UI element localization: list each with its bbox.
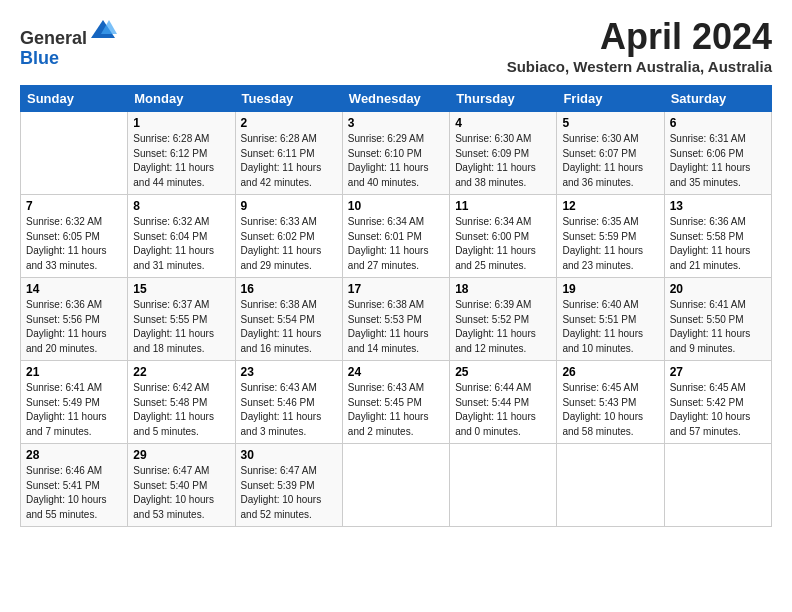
calendar-cell: 20Sunrise: 6:41 AMSunset: 5:50 PMDayligh… [664, 278, 771, 361]
day-number: 9 [241, 199, 337, 213]
logo-general: General [20, 28, 87, 48]
calendar-cell: 21Sunrise: 6:41 AMSunset: 5:49 PMDayligh… [21, 361, 128, 444]
day-info: Sunrise: 6:28 AMSunset: 6:11 PMDaylight:… [241, 132, 337, 190]
day-number: 14 [26, 282, 122, 296]
calendar-cell [557, 444, 664, 527]
day-info: Sunrise: 6:32 AMSunset: 6:05 PMDaylight:… [26, 215, 122, 273]
day-number: 5 [562, 116, 658, 130]
logo-icon [89, 16, 117, 44]
logo: General Blue [20, 16, 117, 69]
day-info: Sunrise: 6:34 AMSunset: 6:00 PMDaylight:… [455, 215, 551, 273]
day-number: 22 [133, 365, 229, 379]
day-info: Sunrise: 6:38 AMSunset: 5:54 PMDaylight:… [241, 298, 337, 356]
calendar-cell: 5Sunrise: 6:30 AMSunset: 6:07 PMDaylight… [557, 112, 664, 195]
page-header: General Blue April 2024 Subiaco, Western… [20, 16, 772, 75]
day-number: 8 [133, 199, 229, 213]
weekday-header-sunday: Sunday [21, 86, 128, 112]
calendar-cell: 27Sunrise: 6:45 AMSunset: 5:42 PMDayligh… [664, 361, 771, 444]
calendar-cell: 11Sunrise: 6:34 AMSunset: 6:00 PMDayligh… [450, 195, 557, 278]
weekday-header-monday: Monday [128, 86, 235, 112]
day-number: 20 [670, 282, 766, 296]
calendar-cell: 7Sunrise: 6:32 AMSunset: 6:05 PMDaylight… [21, 195, 128, 278]
calendar-cell: 24Sunrise: 6:43 AMSunset: 5:45 PMDayligh… [342, 361, 449, 444]
logo-blue: Blue [20, 48, 59, 68]
day-info: Sunrise: 6:36 AMSunset: 5:58 PMDaylight:… [670, 215, 766, 273]
weekday-header-row: SundayMondayTuesdayWednesdayThursdayFrid… [21, 86, 772, 112]
calendar-cell [450, 444, 557, 527]
weekday-header-saturday: Saturday [664, 86, 771, 112]
day-number: 3 [348, 116, 444, 130]
calendar-week-row: 21Sunrise: 6:41 AMSunset: 5:49 PMDayligh… [21, 361, 772, 444]
calendar-cell: 23Sunrise: 6:43 AMSunset: 5:46 PMDayligh… [235, 361, 342, 444]
day-info: Sunrise: 6:37 AMSunset: 5:55 PMDaylight:… [133, 298, 229, 356]
month-title: April 2024 [507, 16, 772, 58]
day-info: Sunrise: 6:30 AMSunset: 6:07 PMDaylight:… [562, 132, 658, 190]
day-number: 17 [348, 282, 444, 296]
calendar-cell: 6Sunrise: 6:31 AMSunset: 6:06 PMDaylight… [664, 112, 771, 195]
day-info: Sunrise: 6:41 AMSunset: 5:49 PMDaylight:… [26, 381, 122, 439]
day-number: 12 [562, 199, 658, 213]
day-info: Sunrise: 6:32 AMSunset: 6:04 PMDaylight:… [133, 215, 229, 273]
day-number: 6 [670, 116, 766, 130]
day-number: 24 [348, 365, 444, 379]
calendar-cell: 12Sunrise: 6:35 AMSunset: 5:59 PMDayligh… [557, 195, 664, 278]
weekday-header-friday: Friday [557, 86, 664, 112]
calendar-cell [342, 444, 449, 527]
day-info: Sunrise: 6:38 AMSunset: 5:53 PMDaylight:… [348, 298, 444, 356]
day-info: Sunrise: 6:36 AMSunset: 5:56 PMDaylight:… [26, 298, 122, 356]
calendar-cell: 8Sunrise: 6:32 AMSunset: 6:04 PMDaylight… [128, 195, 235, 278]
day-number: 1 [133, 116, 229, 130]
day-number: 27 [670, 365, 766, 379]
day-info: Sunrise: 6:35 AMSunset: 5:59 PMDaylight:… [562, 215, 658, 273]
day-number: 21 [26, 365, 122, 379]
calendar-week-row: 1Sunrise: 6:28 AMSunset: 6:12 PMDaylight… [21, 112, 772, 195]
calendar-cell: 18Sunrise: 6:39 AMSunset: 5:52 PMDayligh… [450, 278, 557, 361]
day-info: Sunrise: 6:28 AMSunset: 6:12 PMDaylight:… [133, 132, 229, 190]
calendar-cell: 29Sunrise: 6:47 AMSunset: 5:40 PMDayligh… [128, 444, 235, 527]
calendar-table: SundayMondayTuesdayWednesdayThursdayFrid… [20, 85, 772, 527]
day-info: Sunrise: 6:45 AMSunset: 5:42 PMDaylight:… [670, 381, 766, 439]
calendar-cell: 9Sunrise: 6:33 AMSunset: 6:02 PMDaylight… [235, 195, 342, 278]
calendar-cell: 25Sunrise: 6:44 AMSunset: 5:44 PMDayligh… [450, 361, 557, 444]
day-number: 29 [133, 448, 229, 462]
day-number: 11 [455, 199, 551, 213]
calendar-cell: 30Sunrise: 6:47 AMSunset: 5:39 PMDayligh… [235, 444, 342, 527]
calendar-cell: 2Sunrise: 6:28 AMSunset: 6:11 PMDaylight… [235, 112, 342, 195]
calendar-cell: 17Sunrise: 6:38 AMSunset: 5:53 PMDayligh… [342, 278, 449, 361]
day-info: Sunrise: 6:41 AMSunset: 5:50 PMDaylight:… [670, 298, 766, 356]
day-number: 2 [241, 116, 337, 130]
calendar-cell: 4Sunrise: 6:30 AMSunset: 6:09 PMDaylight… [450, 112, 557, 195]
day-number: 23 [241, 365, 337, 379]
calendar-cell [664, 444, 771, 527]
day-info: Sunrise: 6:34 AMSunset: 6:01 PMDaylight:… [348, 215, 444, 273]
calendar-cell: 3Sunrise: 6:29 AMSunset: 6:10 PMDaylight… [342, 112, 449, 195]
calendar-cell: 13Sunrise: 6:36 AMSunset: 5:58 PMDayligh… [664, 195, 771, 278]
day-number: 7 [26, 199, 122, 213]
day-number: 25 [455, 365, 551, 379]
day-info: Sunrise: 6:45 AMSunset: 5:43 PMDaylight:… [562, 381, 658, 439]
day-number: 13 [670, 199, 766, 213]
calendar-cell: 1Sunrise: 6:28 AMSunset: 6:12 PMDaylight… [128, 112, 235, 195]
calendar-cell: 26Sunrise: 6:45 AMSunset: 5:43 PMDayligh… [557, 361, 664, 444]
day-number: 16 [241, 282, 337, 296]
day-info: Sunrise: 6:47 AMSunset: 5:39 PMDaylight:… [241, 464, 337, 522]
day-info: Sunrise: 6:43 AMSunset: 5:46 PMDaylight:… [241, 381, 337, 439]
calendar-week-row: 28Sunrise: 6:46 AMSunset: 5:41 PMDayligh… [21, 444, 772, 527]
calendar-cell: 16Sunrise: 6:38 AMSunset: 5:54 PMDayligh… [235, 278, 342, 361]
calendar-cell [21, 112, 128, 195]
day-number: 10 [348, 199, 444, 213]
calendar-week-row: 14Sunrise: 6:36 AMSunset: 5:56 PMDayligh… [21, 278, 772, 361]
weekday-header-thursday: Thursday [450, 86, 557, 112]
day-number: 15 [133, 282, 229, 296]
day-info: Sunrise: 6:30 AMSunset: 6:09 PMDaylight:… [455, 132, 551, 190]
day-number: 18 [455, 282, 551, 296]
day-number: 19 [562, 282, 658, 296]
day-info: Sunrise: 6:31 AMSunset: 6:06 PMDaylight:… [670, 132, 766, 190]
day-number: 4 [455, 116, 551, 130]
day-info: Sunrise: 6:47 AMSunset: 5:40 PMDaylight:… [133, 464, 229, 522]
calendar-cell: 22Sunrise: 6:42 AMSunset: 5:48 PMDayligh… [128, 361, 235, 444]
location-subtitle: Subiaco, Western Australia, Australia [507, 58, 772, 75]
calendar-cell: 14Sunrise: 6:36 AMSunset: 5:56 PMDayligh… [21, 278, 128, 361]
title-block: April 2024 Subiaco, Western Australia, A… [507, 16, 772, 75]
calendar-cell: 15Sunrise: 6:37 AMSunset: 5:55 PMDayligh… [128, 278, 235, 361]
